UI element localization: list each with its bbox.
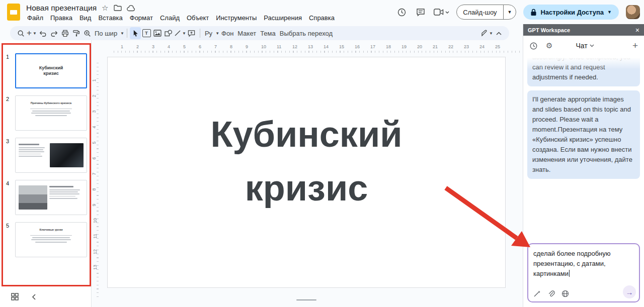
background-button[interactable]: Фон <box>219 27 235 39</box>
ruler-top-number: 15 <box>339 44 344 49</box>
paperclip-icon[interactable] <box>547 290 555 297</box>
ruler-top-number: 1 <box>121 44 123 49</box>
menu-item-2[interactable]: Правка <box>47 13 75 23</box>
zoom-fit-dropdown[interactable]: По шир▼ <box>93 27 124 39</box>
chat-input[interactable]: сделай более подробную презентацию, с да… <box>527 243 640 302</box>
select-tool-button[interactable] <box>130 27 141 39</box>
thumbnail-body-text <box>49 184 84 211</box>
ruler-left-number: 4 <box>92 126 97 128</box>
transition-button[interactable]: Выбрать переход <box>278 27 335 39</box>
cloud-status-icon[interactable] <box>127 5 135 12</box>
thumbnail-body-text <box>19 142 48 169</box>
zoom-icon[interactable] <box>82 27 93 39</box>
ruler-left-number: 13 <box>93 265 98 270</box>
slide-thumbnail[interactable]: Кубинский кризис <box>15 53 87 88</box>
collapse-filmstrip-icon[interactable] <box>32 294 36 300</box>
theme-button[interactable]: Тема <box>258 27 278 39</box>
close-icon[interactable]: × <box>635 27 639 34</box>
thumbnail-title: Причины Кубинского кризиса <box>31 101 71 105</box>
menu-item-4[interactable]: Вставка <box>95 13 125 23</box>
version-history-icon[interactable] <box>395 6 408 18</box>
lock-icon <box>530 9 537 16</box>
slide-thumbnail[interactable]: Причины Кубинского кризиса <box>15 95 87 131</box>
menu-item-10[interactable]: Справка <box>306 13 338 23</box>
search-menus-icon[interactable] <box>15 27 26 39</box>
slide-number: 1 <box>6 53 15 88</box>
slideshow-dropdown[interactable]: ▼ <box>503 5 516 19</box>
thumbnail-image <box>50 143 84 167</box>
slides-logo-icon[interactable] <box>7 4 20 21</box>
ruler-left-number: 9 <box>92 203 97 206</box>
move-folder-icon[interactable] <box>114 5 122 12</box>
menu-item-8[interactable]: Инструменты <box>213 13 260 23</box>
menu-item-9[interactable]: Расширения <box>261 13 305 23</box>
menu-item-5[interactable]: Формат <box>127 13 156 23</box>
slide-thumbnail[interactable] <box>15 138 87 173</box>
pen-tool-dropdown[interactable]: ▼ <box>481 27 493 39</box>
ruler-top-number: 20 <box>417 44 422 49</box>
hide-menus-button[interactable] <box>493 27 504 39</box>
magic-wand-icon[interactable] <box>533 290 541 297</box>
gpt-panel-title: GPT Workspace <box>528 27 570 33</box>
notes-resize-handle[interactable] <box>296 299 316 300</box>
slide-title[interactable]: Кубинский кризис <box>108 108 505 215</box>
send-button[interactable]: → <box>623 285 636 298</box>
ruler-top-number: 16 <box>355 44 360 49</box>
slide-thumbnail[interactable] <box>15 180 87 215</box>
slide-thumbnail[interactable]: Ключевые уроки <box>15 222 87 257</box>
ruler-top-number: 18 <box>386 44 391 49</box>
redo-button[interactable] <box>48 27 59 39</box>
ruler-top-number: 22 <box>448 44 453 49</box>
gpt-panel-toolbar: ⚙ Чат + <box>523 36 644 56</box>
slide-thumbnail-row: 1Кубинский кризис <box>6 53 87 88</box>
tab-chat-label: Чат <box>576 42 588 50</box>
ruler-left: 12345678910111213 <box>92 53 99 307</box>
chat-message: accordingly. Once completed, you can rev… <box>527 56 640 86</box>
slideshow-button[interactable]: Слайд-шоу ▼ <box>456 5 516 20</box>
toolbar-separator <box>127 29 127 38</box>
ruler-top-number: 2 <box>136 44 139 49</box>
grid-view-icon[interactable] <box>11 293 19 300</box>
tab-chat[interactable]: Чат <box>576 42 594 50</box>
comments-icon[interactable] <box>415 6 427 18</box>
insert-image-button[interactable] <box>152 27 163 39</box>
slide-thumbnail-row: 2Причины Кубинского кризиса <box>6 95 87 131</box>
ruler-top-number: 21 <box>433 44 438 49</box>
undo-button[interactable] <box>37 27 48 39</box>
text-style-dropdown[interactable]: Pу▼ <box>203 27 219 39</box>
slide-page[interactable]: Кубинский кризис <box>107 57 506 288</box>
menu-item-1[interactable]: Файл <box>24 13 46 23</box>
ruler-top-number: 6 <box>199 44 201 49</box>
ruler-top-number: 8 <box>230 44 232 49</box>
chat-message: I'll generate appropriate images and sli… <box>527 90 640 179</box>
slideshow-label: Слайд-шоу <box>457 5 503 19</box>
ruler-left-number: 10 <box>93 218 98 223</box>
layout-button[interactable]: Макет <box>235 27 258 39</box>
new-slide-button[interactable]: +▼ <box>26 27 37 39</box>
canvas-area[interactable]: 1234567891011121314151617181920212223242… <box>92 40 523 307</box>
menu-item-6[interactable]: Слайд <box>157 13 183 23</box>
thumbnail-body-text <box>26 234 77 244</box>
share-button[interactable]: Настройки Доступа ▼ <box>523 5 619 20</box>
menu-item-7[interactable]: Объект <box>184 13 212 23</box>
meet-camera-icon[interactable] <box>434 9 449 16</box>
star-icon[interactable]: ☆ <box>102 4 108 13</box>
settings-gear-icon[interactable]: ⚙ <box>546 41 552 50</box>
chat-history-icon[interactable] <box>529 42 538 50</box>
textbox-button[interactable]: T <box>141 27 152 39</box>
insert-line-button[interactable]: ▼ <box>174 27 186 39</box>
menu-item-3[interactable]: Вид <box>76 13 95 23</box>
slide-thumbnail-row: 3 <box>6 138 87 173</box>
document-title[interactable]: Новая презентация <box>26 4 97 13</box>
translate-globe-icon[interactable] <box>561 290 569 297</box>
insert-shape-button[interactable] <box>163 27 174 39</box>
ruler-top-number: 10 <box>261 44 266 49</box>
slide-number: 3 <box>6 138 15 173</box>
share-dropdown-icon[interactable]: ▼ <box>607 10 612 15</box>
ruler-left-number: 1 <box>92 79 97 81</box>
new-chat-icon[interactable]: + <box>632 40 638 51</box>
print-button[interactable] <box>59 27 70 39</box>
insert-comment-button[interactable] <box>186 27 197 39</box>
paint-format-button[interactable] <box>70 27 82 39</box>
avatar[interactable] <box>626 5 640 19</box>
